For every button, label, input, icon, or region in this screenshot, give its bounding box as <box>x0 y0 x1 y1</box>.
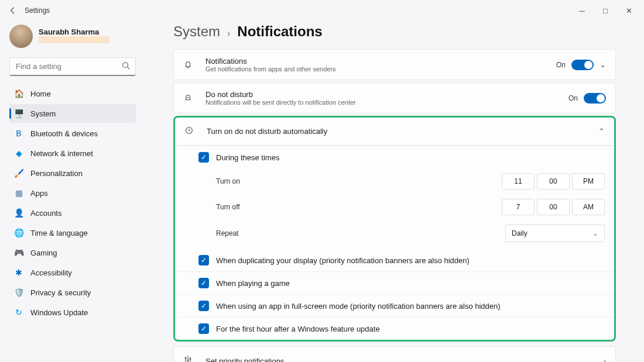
sidebar-item-windows-update[interactable]: ↻Windows Update <box>9 303 136 322</box>
chevron-right-icon: › <box>227 28 230 39</box>
group-title: Turn on do not disturb automatically <box>207 127 598 136</box>
user-email <box>39 36 109 43</box>
chevron-right-icon: › <box>604 357 606 363</box>
close-button[interactable]: ✕ <box>623 5 635 16</box>
sidebar-item-personalization[interactable]: 🖌️Personalization <box>9 164 136 182</box>
chevron-down-icon: ⌄ <box>592 229 598 237</box>
checkbox-icon[interactable]: ✓ <box>198 255 209 266</box>
breadcrumb-current: Notifications <box>237 23 322 40</box>
nav-label: Bluetooth & devices <box>30 129 98 138</box>
turn-off-hour[interactable]: 7 <box>502 199 535 215</box>
opt-label: For the first hour after a Windows featu… <box>216 325 380 333</box>
notifications-card[interactable]: Notifications Get notifications from app… <box>173 49 616 80</box>
turn-on-hour[interactable]: 11 <box>502 173 535 189</box>
sidebar-item-privacy-security[interactable]: 🛡️Privacy & security <box>9 283 136 302</box>
toggle-label: On <box>556 61 566 69</box>
checkbox-icon[interactable]: ✓ <box>198 278 209 288</box>
card-title: Do not disturb <box>205 90 568 99</box>
svg-point-5 <box>190 358 191 360</box>
card-title: Set priority notifications <box>205 357 284 363</box>
breadcrumb-parent[interactable]: System <box>173 23 220 40</box>
svg-point-0 <box>123 63 128 68</box>
svg-line-1 <box>128 67 130 70</box>
nav-icon: 🎮 <box>14 248 23 257</box>
user-name: Saurabh Sharma <box>39 27 109 36</box>
sidebar-item-network-internet[interactable]: ◆Network & internet <box>9 144 136 163</box>
sidebar-item-accessibility[interactable]: ✱Accessibility <box>9 263 136 282</box>
auto-dnd-header[interactable]: Turn on do not disturb automatically ⌃ <box>175 118 614 146</box>
chevron-up-icon: ⌃ <box>598 127 605 136</box>
turn-off-label: Turn off <box>216 203 240 211</box>
opt-label: When duplicating your display (priority … <box>216 256 470 265</box>
repeat-label: Repeat <box>216 229 239 237</box>
sidebar-item-bluetooth-devices[interactable]: BBluetooth & devices <box>9 124 136 143</box>
nav-icon: ▦ <box>14 188 23 198</box>
card-sub: Notifications will be sent directly to n… <box>205 99 568 106</box>
nav-label: Windows Update <box>30 308 88 317</box>
nav-label: Accounts <box>30 209 61 218</box>
svg-point-4 <box>187 360 189 361</box>
card-sub: Get notifications from apps and other se… <box>205 65 556 73</box>
dnd-card[interactable]: Do not disturb Notifications will be sen… <box>173 82 616 113</box>
nav-label: Network & internet <box>30 149 93 158</box>
sidebar-item-system[interactable]: 🖥️System <box>9 104 136 123</box>
repeat-select[interactable]: Daily ⌄ <box>505 225 605 242</box>
nav-icon: ◆ <box>14 149 23 158</box>
opt-label: When playing a game <box>216 279 290 288</box>
opt-label: During these times <box>216 153 279 162</box>
auto-dnd-group: Turn on do not disturb automatically ⌃ ✓… <box>173 116 616 342</box>
nav-icon: 👤 <box>14 208 23 218</box>
clock-icon <box>184 126 196 137</box>
sidebar-item-accounts[interactable]: 👤Accounts <box>9 204 136 222</box>
sidebar-item-gaming[interactable]: 🎮Gaming <box>9 243 136 262</box>
auto-dnd-option[interactable]: ✓For the first hour after a Windows feat… <box>175 317 614 340</box>
checkbox-icon[interactable]: ✓ <box>198 301 209 311</box>
notifications-toggle[interactable] <box>571 60 594 70</box>
repeat-value: Daily <box>512 229 527 237</box>
nav-label: Apps <box>30 189 48 198</box>
minimize-button[interactable]: ─ <box>576 5 588 16</box>
bell-icon <box>183 59 195 71</box>
card-title: Notifications <box>205 57 556 65</box>
search-input[interactable] <box>9 57 136 76</box>
nav-icon: ✱ <box>14 268 23 277</box>
chevron-down-icon[interactable]: ⌄ <box>600 60 606 69</box>
auto-dnd-option[interactable]: ✓When duplicating your display (priority… <box>175 249 614 271</box>
turn-off-ampm[interactable]: AM <box>572 199 605 215</box>
sidebar-item-home[interactable]: 🏠Home <box>9 84 136 103</box>
opt-during-times[interactable]: ✓ During these times <box>175 146 614 168</box>
priority-icon <box>183 355 195 362</box>
dnd-icon <box>183 92 195 104</box>
toggle-label: On <box>568 94 578 102</box>
nav-icon: ↻ <box>14 308 23 317</box>
nav-icon: 🖌️ <box>14 168 23 178</box>
window-title: Settings <box>25 6 50 15</box>
turn-on-ampm[interactable]: PM <box>572 173 605 189</box>
svg-point-3 <box>185 358 186 359</box>
auto-dnd-option[interactable]: ✓When playing a game <box>175 271 614 294</box>
checkbox-icon[interactable]: ✓ <box>198 152 209 163</box>
checkbox-icon[interactable]: ✓ <box>198 323 209 334</box>
sidebar-item-time-language[interactable]: 🌐Time & language <box>9 223 136 242</box>
dnd-toggle[interactable] <box>584 93 606 104</box>
nav-icon: B <box>14 129 23 138</box>
sidebar-item-apps[interactable]: ▦Apps <box>9 184 136 202</box>
nav-label: Gaming <box>30 249 57 257</box>
turn-on-min[interactable]: 00 <box>537 173 570 189</box>
nav-label: Time & language <box>30 229 88 237</box>
nav-label: Privacy & security <box>30 288 91 297</box>
nav-label: Home <box>30 89 51 98</box>
priority-card[interactable]: Set priority notifications › <box>173 346 616 362</box>
back-button[interactable] <box>6 4 20 18</box>
search-icon <box>122 61 130 71</box>
nav-label: Accessibility <box>30 268 72 277</box>
nav-icon: 🛡️ <box>14 288 23 297</box>
turn-off-min[interactable]: 00 <box>537 199 570 215</box>
user-block[interactable]: Saurabh Sharma <box>9 25 136 48</box>
maximize-button[interactable]: □ <box>600 5 611 16</box>
nav-icon: 🖥️ <box>14 109 23 118</box>
breadcrumb: System › Notifications <box>173 23 616 40</box>
nav-label: Personalization <box>30 169 83 178</box>
auto-dnd-option[interactable]: ✓When using an app in full-screen mode (… <box>175 294 614 317</box>
nav-label: System <box>30 109 56 118</box>
